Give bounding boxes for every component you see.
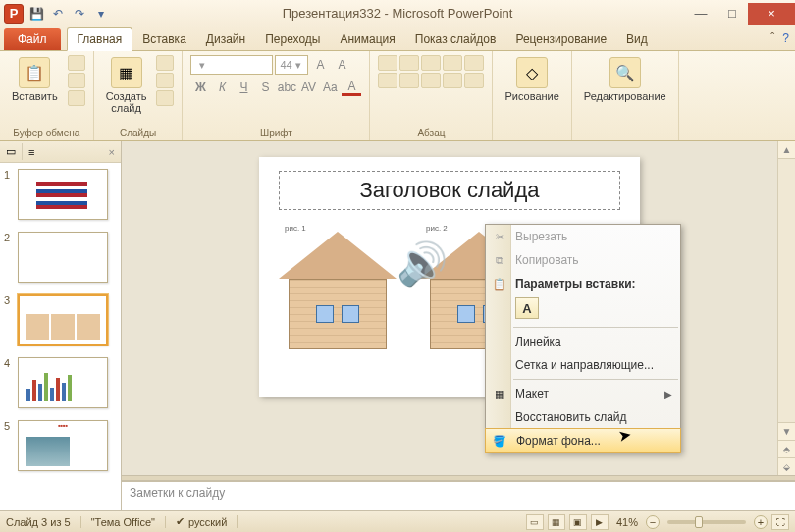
new-slide-button[interactable]: ▦ Создать слайд (102, 55, 151, 116)
paste-button[interactable]: 📋 Вставить (8, 55, 62, 104)
thumb-4[interactable] (18, 357, 108, 408)
prev-slide-icon[interactable]: ⬘ (778, 440, 795, 457)
tab-slideshow[interactable]: Показ слайдов (405, 28, 506, 50)
drawing-button[interactable]: ◇ Рисование (501, 55, 562, 104)
thumb-row[interactable]: 1 (0, 163, 121, 226)
section-icon[interactable] (156, 90, 174, 106)
zoom-thumb[interactable] (695, 516, 703, 528)
cm-ruler[interactable]: Линейка (486, 330, 680, 353)
tab-design[interactable]: Дизайн (196, 28, 255, 50)
tab-transitions[interactable]: Переходы (255, 28, 330, 50)
thumb-row[interactable]: 4 (0, 351, 121, 414)
align-left-icon[interactable] (378, 73, 398, 88)
drawing-label: Рисование (504, 90, 558, 102)
copy-icon[interactable] (68, 73, 85, 88)
tab-animation[interactable]: Анимация (330, 28, 404, 50)
zoom-slider[interactable] (667, 520, 746, 524)
zoom-in-button[interactable]: + (754, 515, 768, 529)
cm-reset[interactable]: Восстановить слайд (486, 405, 680, 429)
fit-to-window-button[interactable]: ⛶ (771, 514, 789, 530)
status-slide-pos[interactable]: Слайд 3 из 5 (6, 516, 81, 528)
spacing-icon[interactable]: AV (298, 79, 318, 96)
layout-icon[interactable] (156, 55, 174, 71)
bullets-icon[interactable] (378, 55, 398, 71)
thumb-row[interactable]: 2 (0, 226, 121, 289)
title-placeholder[interactable]: Заголовок слайда (279, 171, 620, 210)
thumb-panel-close-icon[interactable]: × (103, 144, 121, 160)
columns-icon[interactable] (464, 73, 484, 88)
cm-grid[interactable]: Сетка и направляющие... (486, 353, 680, 377)
slide-title-text: Заголовок слайда (360, 178, 540, 203)
audio-icon[interactable]: 🔊 (397, 239, 448, 288)
thumb-tab-slides[interactable]: ▭ (0, 143, 23, 160)
status-language[interactable]: ✔ русский (176, 515, 238, 528)
help-icon[interactable]: ? (782, 31, 789, 45)
thumb-row[interactable]: 5 ■■■■ (0, 414, 121, 477)
group-slides: ▦ Создать слайд Слайды (94, 51, 184, 140)
qat-more-icon[interactable]: ▾ (92, 5, 110, 23)
zoom-value[interactable]: 41% (616, 516, 638, 528)
justify-icon[interactable] (443, 73, 462, 88)
thumb-tab-outline[interactable]: ≡ (23, 144, 40, 160)
save-icon[interactable]: 💾 (27, 5, 45, 23)
shadow-icon[interactable]: abc (277, 79, 296, 96)
notes-pane[interactable]: Заметки к слайду (122, 481, 795, 510)
grow-font-icon[interactable]: A (310, 56, 330, 74)
cm-cut[interactable]: ✂ Вырезать (486, 225, 680, 248)
minimize-button[interactable]: — (685, 3, 716, 25)
scroll-down-icon[interactable]: ▼ (778, 422, 795, 440)
case-icon[interactable]: Aa (320, 79, 340, 96)
cm-layout[interactable]: ▦ Макет ▶ (486, 382, 680, 405)
ribbon-minimize-icon[interactable]: ˆ (770, 31, 774, 45)
thumb-5[interactable]: ■■■■ (18, 420, 108, 471)
font-color-icon[interactable]: A (342, 79, 361, 96)
tab-review[interactable]: Рецензирование (505, 28, 616, 50)
thumb-2[interactable] (18, 232, 108, 283)
file-tab[interactable]: Файл (4, 28, 61, 50)
paste-keep-text-button[interactable]: А (515, 297, 539, 319)
align-center-icon[interactable] (399, 73, 419, 88)
cut-icon[interactable] (68, 55, 85, 71)
italic-icon[interactable]: К (212, 79, 232, 96)
view-slideshow-button[interactable]: ▶ (591, 514, 609, 530)
tab-home[interactable]: Главная (67, 27, 133, 51)
undo-icon[interactable]: ↶ (49, 5, 67, 23)
font-size-select[interactable]: 44 ▾ (275, 55, 308, 75)
close-button[interactable]: × (748, 3, 795, 25)
thumb-3[interactable] (18, 294, 108, 346)
format-painter-icon[interactable] (68, 90, 85, 106)
thumb-1[interactable] (18, 169, 108, 220)
font-family-select[interactable]: ▾ (190, 55, 273, 75)
tab-view[interactable]: Вид (616, 28, 658, 50)
line-spacing-icon[interactable] (464, 55, 484, 71)
next-slide-icon[interactable]: ⬙ (778, 457, 795, 475)
shrink-font-icon[interactable]: A (332, 56, 351, 74)
scroll-up-icon[interactable]: ▲ (778, 141, 795, 159)
view-sorter-button[interactable]: ▦ (548, 514, 565, 530)
thumb-row[interactable]: 3 (0, 289, 121, 351)
tab-insert[interactable]: Вставка (132, 28, 196, 50)
ribbon-tabs: Файл Главная Вставка Дизайн Переходы Ани… (0, 27, 795, 51)
vertical-scrollbar[interactable]: ▲ ▼ ⬘ ⬙ (777, 141, 795, 475)
zoom-out-button[interactable]: − (646, 515, 660, 529)
numbering-icon[interactable] (399, 55, 419, 71)
indent-dec-icon[interactable] (421, 55, 441, 71)
thumbnails[interactable]: 1 2 3 4 (0, 163, 121, 477)
indent-inc-icon[interactable] (443, 55, 462, 71)
view-normal-button[interactable]: ▭ (526, 514, 544, 530)
align-right-icon[interactable] (421, 73, 441, 88)
reset-icon[interactable] (156, 73, 174, 88)
cm-copy[interactable]: ⧉ Копировать (486, 248, 680, 272)
underline-icon[interactable]: Ч (234, 79, 253, 96)
copy-icon: ⧉ (492, 252, 507, 268)
editing-button[interactable]: 🔍 Редактирование (580, 55, 670, 104)
bold-icon[interactable]: Ж (190, 79, 210, 96)
maximize-button[interactable]: □ (716, 3, 748, 25)
strike-icon[interactable]: S (255, 79, 275, 96)
app-icon[interactable]: P (4, 4, 24, 24)
redo-icon[interactable]: ↷ (71, 5, 88, 23)
status-theme[interactable]: "Тема Office" (91, 516, 166, 528)
slide-canvas[interactable]: Заголовок слайда рис. 1 рис. 2 🔊 ▲ ▼ (122, 141, 795, 475)
view-reading-button[interactable]: ▣ (569, 514, 587, 530)
cm-format-background[interactable]: 🪣 Формат фона... (485, 428, 681, 453)
